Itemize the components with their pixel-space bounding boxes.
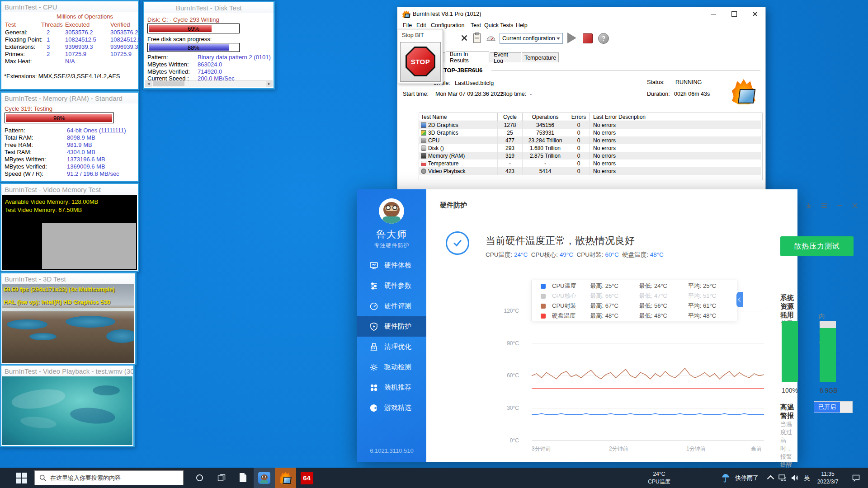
sidebar-item-game-picks[interactable]: 游戏精选 bbox=[357, 398, 426, 418]
window-title[interactable]: BurnInTest - Video Memory Test bbox=[1, 184, 138, 195]
window-title[interactable]: BurnInTest - 3D Test bbox=[1, 273, 135, 284]
legend-row[interactable]: CPU核心 最高: 66°C 最低: 47°C 平均: 51°C bbox=[532, 291, 737, 301]
tab-burn-in-results[interactable]: Burn In Results bbox=[446, 51, 489, 63]
sidebar-item-driver-check[interactable]: 驱动检测 bbox=[357, 357, 426, 377]
table-row[interactable]: 3D Graphics 25 753931 0 No errors bbox=[419, 129, 761, 136]
taskbar-app-64[interactable]: 64 bbox=[296, 468, 317, 488]
menu-file[interactable]: File bbox=[403, 22, 412, 28]
menu-configuration[interactable]: Configuration bbox=[431, 22, 464, 28]
help-icon[interactable]: ? bbox=[598, 33, 609, 44]
table-row[interactable]: Memory (RAM) 319 2.875 Trillion 0 No err… bbox=[419, 152, 761, 160]
sidebar-item-label: 硬件参数 bbox=[384, 282, 411, 290]
menu-test[interactable]: Test bbox=[471, 22, 481, 28]
memory-stat-value: 1373196.6 MB bbox=[67, 156, 105, 163]
window-burnintest-3d: BurnInTest - 3D Test 69.69 fps (294x171x… bbox=[0, 272, 137, 365]
minimize-button[interactable] bbox=[703, 7, 724, 21]
start-button[interactable] bbox=[11, 468, 33, 488]
sidebar-item-hardware-protection[interactable]: 硬件防护 bbox=[357, 316, 426, 337]
sidebar-item-cleanup[interactable]: 清理优化 bbox=[357, 337, 426, 357]
download-icon[interactable] bbox=[805, 202, 812, 209]
titlebar[interactable]: BurnInTest V8.1 Pro (1012) bbox=[397, 7, 765, 21]
sidebar-item-hardware-benchmark[interactable]: 硬件评测 bbox=[357, 296, 426, 316]
stop-bit-button[interactable]: STOP bbox=[400, 42, 441, 82]
legend-swatch bbox=[541, 294, 546, 299]
scroll-thumb[interactable] bbox=[153, 81, 184, 86]
taskbar-cortana-button[interactable] bbox=[189, 468, 210, 488]
legend-avg: 平均: 48°C bbox=[688, 312, 737, 320]
legend-row[interactable]: CPU温度 最高: 25°C 最低: 24°C 平均: 25°C bbox=[532, 281, 737, 291]
col-header-errors[interactable]: Errors bbox=[568, 113, 590, 121]
window-title[interactable]: BurnInTest - Memory (RAM) - Standard bbox=[1, 93, 138, 103]
taskbar: 在这里输入你要搜索的内容 64 24 bbox=[0, 468, 868, 488]
weather-umbrella-icon[interactable] bbox=[720, 468, 731, 488]
tray-cpu-temp-widget[interactable]: 24°C CPU温度 bbox=[637, 468, 682, 488]
task-view-button[interactable] bbox=[211, 468, 232, 488]
minimize-icon[interactable] bbox=[836, 202, 843, 209]
window-title[interactable]: BurnInTest - Disk Test bbox=[144, 2, 274, 13]
tray-temp-value: 24°C bbox=[653, 470, 665, 478]
legend-max: 最高: 48°C bbox=[590, 312, 639, 320]
table-row[interactable]: Video Playback 423 5414 0 No errors bbox=[419, 167, 761, 175]
horizontal-scrollbar[interactable]: ◄ ► bbox=[145, 80, 273, 87]
gauge-icon[interactable] bbox=[486, 33, 496, 42]
y-tick: 0°C bbox=[492, 437, 519, 444]
sidebar-item-hardware-check[interactable]: 硬件体检 bbox=[357, 255, 426, 276]
scroll-right-arrow[interactable]: ► bbox=[266, 81, 273, 87]
menu-icon[interactable] bbox=[821, 202, 828, 209]
table-row[interactable]: Disk () 293 1.680 Trillion 0 No errors bbox=[419, 144, 761, 152]
action-center-button[interactable] bbox=[848, 468, 863, 488]
alarm-toggle[interactable]: 已开启 bbox=[814, 401, 853, 413]
window-title[interactable]: BurnInTest - CPU bbox=[1, 1, 138, 12]
legend-row[interactable]: 硬盘温度 最高: 48°C 最低: 48°C 平均: 48°C bbox=[532, 311, 737, 321]
tray-language[interactable]: 英 bbox=[801, 468, 813, 488]
video-playback-frame bbox=[2, 376, 132, 445]
menu-edit[interactable]: Edit bbox=[416, 22, 426, 28]
tab-temperature[interactable]: Temperature bbox=[522, 52, 559, 62]
cpu-row-threads: 2 bbox=[47, 51, 50, 57]
close-button[interactable] bbox=[745, 7, 765, 21]
menu-quick-tests[interactable]: Quick Tests bbox=[484, 22, 513, 28]
maximize-button[interactable] bbox=[724, 7, 745, 21]
monitor-icon bbox=[369, 261, 378, 270]
close-icon[interactable] bbox=[851, 202, 859, 209]
start-tests-button[interactable] bbox=[567, 33, 576, 43]
tray-clock[interactable]: 11:35 2022/3/7 bbox=[813, 468, 843, 488]
taskbar-app-burnintest[interactable] bbox=[275, 468, 296, 488]
configuration-dropdown[interactable]: Current configuration bbox=[500, 33, 563, 44]
col-header-cycle[interactable]: Cycle bbox=[498, 113, 523, 121]
sidebar-item-hardware-params[interactable]: 硬件参数 bbox=[357, 276, 426, 296]
table-row[interactable]: CPU 477 23.284 Trillion 0 No errors bbox=[419, 136, 761, 144]
col-header-test-name[interactable]: Test Name bbox=[419, 113, 498, 121]
temp-value: 48°C bbox=[650, 251, 664, 258]
legend-row[interactable]: CPU封装 最高: 67°C 最低: 56°C 平均: 61°C bbox=[532, 301, 737, 311]
delete-icon[interactable] bbox=[461, 34, 468, 42]
cell-test-name: 3D Graphics bbox=[428, 130, 458, 136]
col-header-operations[interactable]: Operations bbox=[523, 113, 568, 121]
taskbar-app-master-lu[interactable] bbox=[254, 468, 275, 488]
stress-test-button[interactable]: 散热压力测试 bbox=[780, 236, 854, 256]
tray-show-hidden-icons[interactable] bbox=[765, 468, 776, 488]
cpu-row-threads: 1 bbox=[47, 36, 50, 43]
table-row[interactable]: Temperature - - 0 No errors bbox=[419, 160, 761, 167]
tray-network[interactable] bbox=[776, 468, 788, 488]
col-header-last-error[interactable]: Last Error Description bbox=[590, 113, 761, 121]
sidebar-item-build-recommend[interactable]: 装机推荐 bbox=[357, 377, 426, 398]
disk-stat-value: 714920.0 bbox=[198, 68, 222, 75]
chart-series-CPU温度 bbox=[532, 413, 764, 414]
cell-errors: 0 bbox=[568, 121, 590, 129]
tray-volume[interactable] bbox=[788, 468, 801, 488]
report-icon[interactable] bbox=[473, 33, 481, 43]
tray-weather-text[interactable]: 快停雨了 bbox=[732, 468, 761, 488]
tab-event-log[interactable]: Event Log bbox=[490, 52, 521, 62]
window-title[interactable]: BurnInTest - Video Playback - test.wmv (… bbox=[1, 366, 133, 376]
x-tick: 当前 bbox=[751, 445, 762, 453]
table-row[interactable]: 2D Graphics 1278 345156 0 No errors bbox=[419, 121, 761, 129]
scroll-left-arrow[interactable]: ◄ bbox=[145, 81, 152, 87]
legend-collapse-tab[interactable] bbox=[736, 292, 743, 307]
taskbar-app-document[interactable] bbox=[232, 468, 254, 488]
notification-icon bbox=[852, 474, 860, 482]
search-input[interactable]: 在这里输入你要搜索的内容 bbox=[34, 470, 184, 485]
menu-help[interactable]: Help bbox=[516, 22, 528, 28]
stop-tests-button[interactable] bbox=[583, 33, 593, 43]
window-burnintest-disk: BurnInTest - Disk Test Disk: C: - Cycle … bbox=[143, 1, 275, 89]
